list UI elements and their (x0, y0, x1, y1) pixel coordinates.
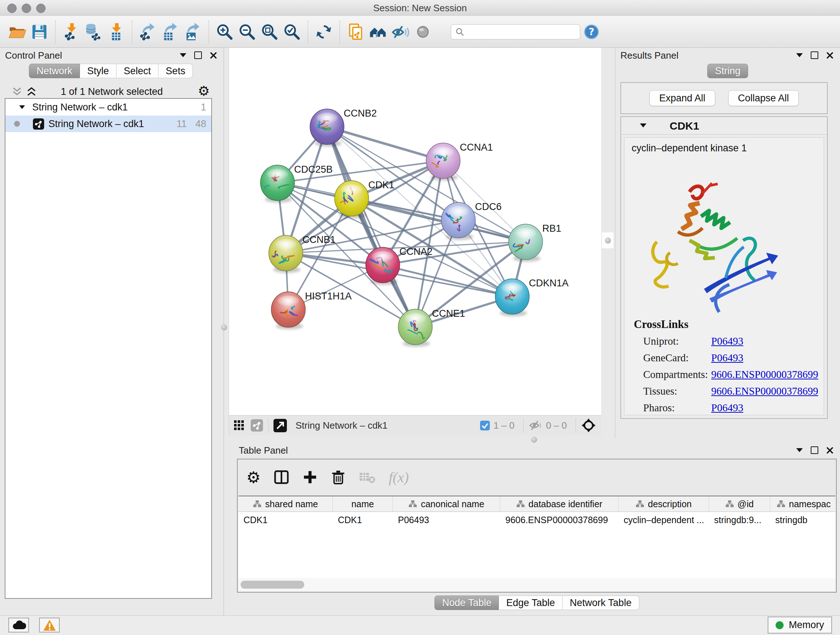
export-network-button[interactable] (137, 20, 159, 44)
collapse-panel-icon[interactable] (796, 53, 803, 57)
minimize-window-button[interactable] (22, 4, 31, 13)
import-table-file-button[interactable] (105, 20, 127, 44)
navigator-crosshair-icon[interactable] (581, 418, 596, 433)
delete-column-icon[interactable] (331, 470, 346, 485)
column-header-description[interactable]: description (619, 496, 709, 511)
zoom-selected-button[interactable] (281, 20, 303, 44)
add-column-icon[interactable] (302, 470, 317, 485)
table-cell[interactable]: stringdb:9... (709, 512, 770, 528)
column-header-database-identifier[interactable]: database identifier (500, 496, 619, 511)
close-panel-icon[interactable] (826, 447, 834, 454)
column-header--id[interactable]: @id (709, 496, 770, 511)
open-in-window-icon[interactable] (273, 419, 287, 432)
zoom-fit-button[interactable] (258, 20, 281, 44)
network-node-CDKN1A[interactable] (495, 279, 529, 314)
show-graphics-details-button[interactable] (412, 20, 434, 44)
network-node-CCNE1[interactable] (398, 309, 432, 345)
scrollbar-thumb[interactable] (240, 581, 304, 589)
tab-network[interactable]: Network (29, 64, 80, 78)
help-button[interactable]: ? (580, 20, 603, 44)
table-options-gear-icon[interactable]: ⚙ (246, 468, 261, 486)
float-panel-icon[interactable] (194, 51, 202, 59)
tab-sets[interactable]: Sets (158, 64, 193, 78)
table-cell[interactable]: 9606.ENSP00000378699 (500, 512, 619, 528)
network-canvas[interactable]: CCNB2CCNA1CDC25BCDK1CDC6RB1CCNB1CCNA2CDK… (229, 48, 602, 416)
crosslink-link[interactable]: P06493 (711, 352, 744, 364)
table-cell[interactable]: CDK1 (333, 512, 393, 528)
collection-expand-icon[interactable] (19, 105, 25, 109)
show-columns-icon[interactable] (273, 469, 289, 485)
export-table-button[interactable] (159, 20, 182, 44)
hide-selected-button[interactable] (389, 20, 412, 44)
network-options-gear-icon[interactable]: ⚙ (198, 83, 210, 99)
gene-header[interactable]: CDK1 (621, 117, 827, 135)
network-row-selected[interactable]: String Network – cdk1 11 48 (5, 116, 211, 132)
memory-button[interactable]: Memory (767, 616, 832, 633)
tab-edge-table[interactable]: Edge Table (499, 595, 562, 610)
table-horizontal-scrollbar[interactable] (238, 578, 835, 591)
network-node-CCNA2[interactable] (366, 247, 400, 283)
save-session-button[interactable] (28, 20, 51, 44)
left-splitter-handle[interactable] (221, 325, 227, 331)
table-cell[interactable]: stringdb (770, 512, 835, 528)
tab-network-table[interactable]: Network Table (562, 595, 639, 610)
search-input[interactable] (451, 24, 580, 40)
expand-all-button[interactable]: Expand All (649, 90, 715, 106)
network-node-CDC25B[interactable] (260, 165, 294, 201)
clone-network-button[interactable] (344, 20, 367, 44)
column-header-namespac[interactable]: namespac (770, 496, 835, 511)
tab-node-table[interactable]: Node Table (434, 595, 499, 610)
table-cell[interactable]: P06493 (393, 512, 500, 528)
network-node-CCNA1[interactable] (426, 143, 460, 179)
crosslink-link[interactable]: P06493 (711, 335, 744, 347)
horizontal-splitter-handle[interactable] (531, 437, 537, 443)
network-edge-CCNB2-CCNA1[interactable] (327, 127, 443, 161)
maximize-window-button[interactable] (36, 4, 46, 13)
cloud-status-button[interactable] (8, 618, 29, 632)
column-header-shared-name[interactable]: shared name (238, 496, 333, 511)
close-panel-icon[interactable] (826, 52, 834, 59)
right-splitter[interactable] (602, 233, 614, 249)
float-panel-icon[interactable] (811, 447, 818, 454)
birdseye-grid-icon[interactable] (234, 420, 244, 431)
tab-select[interactable]: Select (117, 64, 158, 78)
collapse-panel-icon[interactable] (796, 448, 803, 452)
hidden-eye-icon[interactable] (529, 420, 542, 431)
collapse-all-button[interactable]: Collapse All (728, 90, 799, 106)
network-node-HIST1H1A[interactable] (271, 292, 305, 327)
crosslink-link[interactable]: 9606.ENSP00000378699 (711, 369, 818, 380)
table-row[interactable]: CDK1CDK1P064939606.ENSP00000378699cyclin… (238, 512, 835, 528)
show-all-button[interactable] (367, 20, 389, 44)
table-cell[interactable]: CDK1 (238, 512, 333, 528)
function-builder-icon[interactable]: f(x) (388, 469, 409, 486)
refresh-view-button[interactable] (313, 20, 335, 44)
search-text-field[interactable] (465, 26, 568, 37)
gene-collapse-icon[interactable] (640, 124, 646, 127)
network-node-CCNB2[interactable] (310, 109, 344, 144)
network-collection-row[interactable]: String Network – cdk1 1 (5, 99, 211, 116)
collapse-panel-icon[interactable] (180, 53, 186, 57)
crosslink-link[interactable]: P06493 (711, 402, 744, 414)
crosslink-link[interactable]: 9606.ENSP00000378699 (711, 385, 818, 397)
table-cell[interactable]: cyclin–dependent ... (619, 512, 709, 528)
right-splitter-handle[interactable] (605, 238, 611, 244)
zoom-in-button[interactable] (213, 20, 236, 44)
warning-status-button[interactable] (39, 618, 60, 632)
network-node-CDK1[interactable] (335, 181, 369, 216)
network-node-CCNB1[interactable] (269, 235, 303, 271)
float-panel-icon[interactable] (811, 51, 818, 59)
close-panel-icon[interactable] (210, 52, 217, 59)
selected-checkbox-icon[interactable] (480, 421, 490, 431)
tab-string[interactable]: String (707, 64, 748, 78)
import-network-file-button[interactable] (60, 20, 82, 44)
zoom-out-button[interactable] (236, 20, 258, 44)
string-toolbar-icon[interactable] (251, 419, 263, 432)
network-node-RB1[interactable] (508, 224, 543, 260)
column-header-name[interactable]: name (333, 496, 393, 511)
network-node-CDC6[interactable] (441, 203, 475, 238)
export-image-button[interactable] (182, 20, 204, 44)
close-window-button[interactable] (7, 4, 17, 13)
import-network-database-button[interactable] (82, 20, 105, 44)
tab-style[interactable]: Style (80, 64, 117, 78)
delete-table-icon[interactable] (359, 470, 376, 485)
